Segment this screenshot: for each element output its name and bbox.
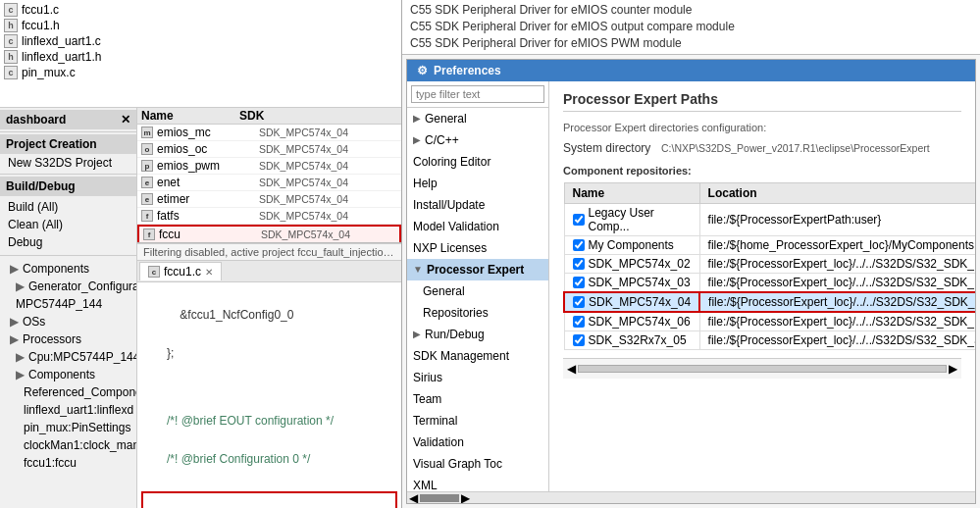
- tab-file-icon: c: [148, 266, 160, 278]
- col-header-sdk: SDK: [239, 109, 264, 123]
- file-list-row[interactable]: f fatfs SDK_MPC574x_04: [137, 208, 401, 225]
- file-icon: e: [141, 193, 153, 205]
- repo-checkbox[interactable]: [573, 277, 585, 288]
- nav-team[interactable]: Team: [407, 388, 548, 410]
- expand-icon: ▶: [413, 110, 421, 127]
- nav-pe-general[interactable]: General: [407, 280, 548, 302]
- build-all-item[interactable]: Build (All): [4, 198, 132, 216]
- code-content[interactable]: &fccu1_NcfConfig0_0 }; /*! @brief EOUT c…: [137, 282, 401, 508]
- scroll-thumb[interactable]: [420, 494, 459, 502]
- repo-name-label: My Components: [589, 238, 674, 252]
- repo-location: file:/${ProcessorExpertPath:user}: [699, 204, 975, 236]
- prefs-search-input[interactable]: [411, 85, 544, 103]
- debug-item[interactable]: Debug: [4, 233, 132, 251]
- dashboard-label: dashboard: [6, 113, 66, 127]
- tree-item-label: linflexd_uart1.h: [22, 50, 101, 64]
- tree-item-fccu1c[interactable]: c fccu1.c: [0, 2, 401, 18]
- repo-row[interactable]: SDK_S32Rx7x_05 file:/${ProcessorExpert_l…: [564, 331, 975, 350]
- clock-item[interactable]: clockMan1:clock_mana: [2, 436, 134, 454]
- nav-run-debug[interactable]: ▶ Run/Debug: [407, 324, 548, 345]
- close-tab-icon[interactable]: ✕: [205, 267, 213, 278]
- generator-item[interactable]: ▶ Generator_Configurations: [2, 278, 134, 295]
- repo-checkbox[interactable]: [573, 296, 585, 308]
- nav-sdk-management[interactable]: SDK Management: [407, 345, 548, 367]
- repo-checkbox[interactable]: [573, 334, 585, 346]
- fccu-item[interactable]: fccu1:fccu: [2, 454, 134, 472]
- scroll-left-icon[interactable]: ◀: [567, 362, 576, 376]
- tree-item-fccu1h[interactable]: h fccu1.h: [0, 18, 401, 33]
- desc-row-3: C55 SDK Peripheral Driver for eMIOS PWM …: [402, 34, 980, 51]
- scrollbar-track[interactable]: [578, 365, 947, 373]
- build-debug-header: Build/Debug: [0, 177, 136, 196]
- file-icon: e: [141, 177, 153, 188]
- scroll-left[interactable]: ◀: [409, 491, 418, 505]
- nav-validation[interactable]: Validation: [407, 432, 548, 453]
- new-project-item[interactable]: New S32DS Project: [0, 154, 136, 172]
- repo-checkbox[interactable]: [573, 258, 585, 270]
- repo-name-label: SDK_MPC574x_02: [589, 257, 691, 271]
- processors-item[interactable]: ▶ Processors: [2, 330, 134, 348]
- tree-item-linflexd-h[interactable]: h linflexd_uart1.h: [0, 49, 401, 65]
- pinmux-label: pin_mux:PinSettings: [24, 421, 130, 434]
- clean-all-item[interactable]: Clean (All): [4, 216, 132, 233]
- nav-xml[interactable]: XML: [407, 475, 548, 491]
- nav-help[interactable]: Help: [407, 173, 548, 194]
- cpu-item[interactable]: ▶ Cpu:MPC5744P_144: [2, 348, 134, 366]
- preferences-dialog: ⚙ Preferences ▶ General ▶ C/C++ Coloring…: [406, 59, 976, 504]
- nav-label: NXP Licenses: [413, 239, 487, 257]
- linflexd-item[interactable]: linflexd_uart1:linflexd ●: [2, 401, 134, 419]
- tab-label: fccu1.c: [164, 265, 201, 279]
- nav-nxp-licenses[interactable]: NXP Licenses: [407, 237, 548, 259]
- file-list-row[interactable]: m emios_mc SDK_MPC574x_04: [137, 125, 401, 141]
- repo-checkbox[interactable]: [573, 316, 585, 328]
- nav-cpp[interactable]: ▶ C/C++: [407, 129, 548, 151]
- nav-general[interactable]: ▶ General: [407, 108, 548, 129]
- repo-name-label: SDK_S32Rx7x_05: [589, 333, 687, 347]
- repo-row[interactable]: Legacy User Comp... file:/${ProcessorExp…: [564, 204, 975, 236]
- repo-row[interactable]: SDK_MPC574x_02 file:/${ProcessorExpert_l…: [564, 255, 975, 274]
- expand-icon: ▼: [413, 261, 423, 279]
- os-item[interactable]: ▶ OSs: [2, 313, 134, 330]
- repo-row[interactable]: My Components file:/${home_ProcessorExpe…: [564, 236, 975, 255]
- repo-row[interactable]: SDK_MPC574x_03 file:/${ProcessorExpert_l…: [564, 274, 975, 293]
- file-list-row-fccu[interactable]: f fccu SDK_MPC574x_04: [137, 225, 401, 242]
- tree-item-linflexd-c[interactable]: c linflexd_uart1.c: [0, 33, 401, 49]
- os-label: OSs: [23, 315, 45, 329]
- nav-visual-graph-toc[interactable]: Visual Graph Toc: [407, 453, 548, 475]
- pinmux-item[interactable]: pin_mux:PinSettings: [2, 419, 134, 436]
- components2-item[interactable]: ▶ Components: [2, 366, 134, 383]
- mpc-label: MPC5744P_144: [16, 297, 102, 311]
- file-list-row[interactable]: o emios_oc SDK_MPC574x_04: [137, 141, 401, 158]
- nav-label: General: [425, 110, 467, 127]
- cpu-label: Cpu:MPC5744P_144: [28, 350, 136, 364]
- nav-processor-expert[interactable]: ▼ Processor Expert: [407, 259, 548, 280]
- nav-pe-repositories[interactable]: Repositories: [407, 302, 548, 324]
- close-icon[interactable]: ✕: [121, 113, 130, 127]
- debug-label: Debug: [8, 235, 42, 249]
- c-file-icon: c: [4, 34, 18, 48]
- components-item[interactable]: ▶ Components: [2, 260, 134, 278]
- file-list-row[interactable]: e etimer SDK_MPC574x_04: [137, 191, 401, 208]
- prefs-body: ▶ General ▶ C/C++ Coloring Editor Help I…: [407, 81, 975, 491]
- repo-checkbox[interactable]: [573, 214, 585, 226]
- desc-row-2: C55 SDK Peripheral Driver for eMIOS outp…: [402, 18, 980, 34]
- repo-row[interactable]: SDK_MPC574x_06 file:/${ProcessorExpert_l…: [564, 312, 975, 331]
- file-list-row[interactable]: p emios_pwm SDK_MPC574x_04: [137, 158, 401, 175]
- repo-checkbox[interactable]: [573, 239, 585, 251]
- nav-sirius[interactable]: Sirius: [407, 367, 548, 388]
- nav-label: Processor Expert: [427, 261, 524, 279]
- file-list-row[interactable]: e enet SDK_MPC574x_04: [137, 175, 401, 191]
- scroll-right[interactable]: ▶: [461, 491, 470, 505]
- ref-item[interactable]: Referenced_Compone... ●: [2, 383, 134, 401]
- scroll-right-icon[interactable]: ▶: [949, 362, 957, 376]
- code-tab-fccu1c[interactable]: c fccu1.c ✕: [139, 262, 222, 280]
- mpc-item[interactable]: MPC5744P_144: [2, 295, 134, 313]
- sidebar-nav: dashboard ✕ Project Creation New S32DS P…: [0, 108, 137, 508]
- nav-model-validation[interactable]: Model Validation: [407, 216, 548, 237]
- tree-item-pinmux-c[interactable]: c pin_mux.c: [0, 65, 401, 80]
- nav-coloring-editor[interactable]: Coloring Editor: [407, 151, 548, 173]
- nav-terminal[interactable]: Terminal: [407, 410, 548, 432]
- nav-install-update[interactable]: Install/Update: [407, 194, 548, 216]
- filter-bar: Filtering disabled, active project fccu_…: [137, 243, 401, 261]
- repo-row-highlighted[interactable]: SDK_MPC574x_04 file:/${ProcessorExpert_l…: [564, 292, 975, 312]
